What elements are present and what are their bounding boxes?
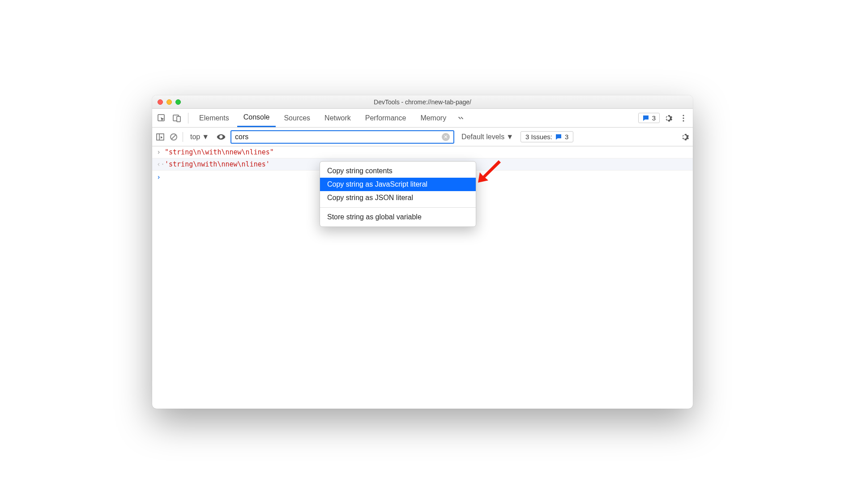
tab-memory[interactable]: Memory bbox=[414, 109, 452, 127]
filter-input-wrapper: ✕ bbox=[230, 130, 454, 144]
device-toolbar-icon[interactable] bbox=[170, 111, 184, 125]
main-tabbar: Elements Console Sources Network Perform… bbox=[152, 109, 693, 128]
filter-input[interactable] bbox=[235, 133, 442, 141]
svg-rect-2 bbox=[177, 116, 180, 122]
prompt-chevron-icon: › bbox=[157, 173, 165, 181]
chevron-down-icon: ▼ bbox=[202, 133, 209, 141]
kebab-menu-icon[interactable] bbox=[677, 111, 690, 125]
tab-sources[interactable]: Sources bbox=[277, 109, 316, 127]
settings-gear-icon[interactable] bbox=[661, 111, 675, 125]
log-levels-selector[interactable]: Default levels ▼ bbox=[459, 132, 516, 142]
issues-button[interactable]: 3 Issues: 3 bbox=[521, 131, 573, 142]
message-icon bbox=[642, 115, 649, 122]
clear-console-icon[interactable] bbox=[169, 132, 178, 141]
execution-context-selector[interactable]: top ▼ bbox=[188, 132, 212, 142]
chevron-down-icon: ▼ bbox=[506, 133, 513, 141]
svg-point-4 bbox=[683, 117, 684, 119]
output-chevron-icon: ‹· bbox=[157, 160, 165, 168]
traffic-lights bbox=[158, 99, 181, 105]
errors-badge[interactable]: 3 bbox=[638, 113, 660, 123]
minimize-window-button[interactable] bbox=[166, 99, 172, 105]
message-icon bbox=[555, 133, 562, 141]
menu-copy-string-js-literal[interactable]: Copy string as JavaScript literal bbox=[320, 178, 476, 191]
console-input-row[interactable]: › "string\n\with\nnew\nlines" bbox=[152, 146, 693, 158]
svg-point-5 bbox=[683, 120, 684, 121]
menu-copy-string-contents[interactable]: Copy string contents bbox=[320, 164, 476, 178]
issues-label: 3 Issues: bbox=[525, 133, 552, 141]
menu-copy-string-json-literal[interactable]: Copy string as JSON literal bbox=[320, 191, 476, 205]
errors-count: 3 bbox=[652, 114, 656, 122]
divider bbox=[183, 132, 183, 142]
svg-point-3 bbox=[683, 115, 684, 116]
tab-performance[interactable]: Performance bbox=[359, 109, 413, 127]
clear-filter-icon[interactable]: ✕ bbox=[442, 133, 450, 141]
close-window-button[interactable] bbox=[158, 99, 163, 105]
console-body: › "string\n\with\nnew\nlines" ‹· 'string… bbox=[152, 146, 693, 409]
tab-console[interactable]: Console bbox=[237, 109, 276, 127]
console-toolbar: top ▼ ✕ Default levels ▼ 3 Issues: 3 bbox=[152, 128, 693, 146]
more-tabs-chevron-icon[interactable] bbox=[454, 111, 468, 125]
titlebar: DevTools - chrome://new-tab-page/ bbox=[152, 95, 693, 109]
console-code: "string\n\with\nnew\nlines" bbox=[165, 148, 274, 156]
window-title: DevTools - chrome://new-tab-page/ bbox=[152, 98, 693, 106]
console-code: 'string\nwith\nnew\nlines' bbox=[165, 160, 270, 168]
inspect-element-icon[interactable] bbox=[155, 111, 168, 125]
console-settings-gear-icon[interactable] bbox=[680, 132, 689, 141]
live-expression-eye-icon[interactable] bbox=[216, 132, 226, 142]
context-menu: Copy string contents Copy string as Java… bbox=[320, 161, 476, 227]
zoom-window-button[interactable] bbox=[175, 99, 181, 105]
menu-store-global-variable[interactable]: Store string as global variable bbox=[320, 210, 476, 224]
devtools-window: DevTools - chrome://new-tab-page/ Elemen… bbox=[152, 95, 693, 409]
context-label: top bbox=[190, 133, 200, 141]
levels-label: Default levels bbox=[461, 133, 504, 141]
menu-separator bbox=[320, 207, 476, 208]
tab-elements[interactable]: Elements bbox=[193, 109, 235, 127]
tab-network[interactable]: Network bbox=[318, 109, 357, 127]
console-sidebar-toggle-icon[interactable] bbox=[156, 132, 165, 141]
svg-rect-6 bbox=[157, 134, 164, 140]
divider bbox=[188, 113, 188, 124]
issues-count: 3 bbox=[565, 133, 568, 141]
input-chevron-icon: › bbox=[157, 148, 165, 156]
